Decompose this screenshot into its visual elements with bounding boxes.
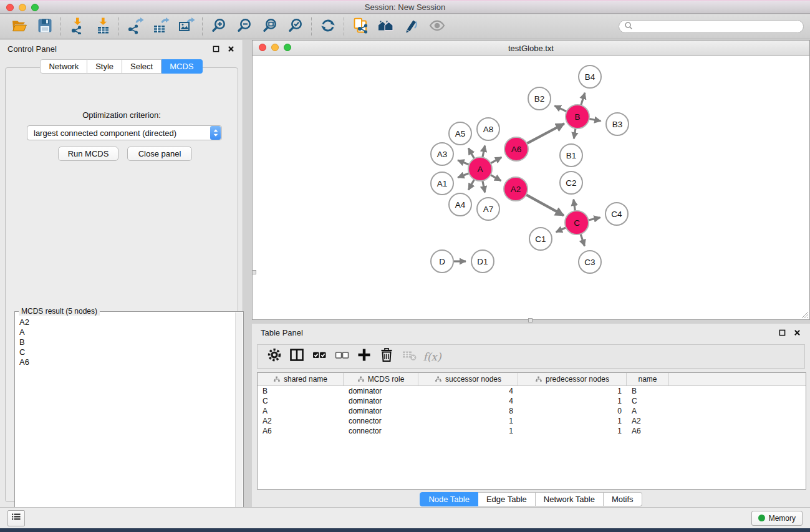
export-network-button[interactable] — [122, 16, 148, 37]
result-scrollbar[interactable] — [235, 312, 243, 522]
graph-node-D1[interactable]: D1 — [471, 250, 494, 273]
cell-shared-name[interactable]: B — [258, 386, 344, 396]
settings-gear-button[interactable] — [264, 347, 286, 367]
cell-successor-nodes[interactable]: 1 — [418, 416, 518, 426]
cell-name[interactable]: B — [627, 386, 669, 396]
zoom-fit-button[interactable] — [257, 16, 282, 37]
splitter-handle[interactable] — [252, 270, 256, 274]
select-all-checks-button[interactable] — [309, 347, 331, 367]
network-minimize-button[interactable] — [271, 44, 279, 51]
table-row[interactable]: Cdominator41C — [258, 396, 806, 406]
import-network-button[interactable] — [64, 16, 90, 37]
cell-MCDS-role[interactable]: connector — [344, 416, 418, 426]
cell-predecessor-nodes[interactable]: 1 — [518, 396, 627, 406]
graph-node-A2[interactable]: A2 — [504, 177, 528, 201]
edge-C-C2[interactable] — [574, 200, 576, 211]
clone-network-button[interactable] — [347, 16, 373, 37]
column-header-MCDS-role[interactable]: MCDS role — [344, 373, 418, 385]
result-item[interactable]: A — [19, 327, 234, 337]
result-item[interactable]: A6 — [19, 357, 234, 367]
tab-network[interactable]: Network — [40, 59, 87, 74]
cell-MCDS-role[interactable]: connector — [344, 426, 418, 436]
graph-node-A[interactable]: A — [468, 157, 492, 181]
hide-annotations-button[interactable] — [398, 16, 424, 37]
search-box[interactable] — [619, 20, 804, 33]
edge-A6-B[interactable] — [527, 123, 564, 143]
resize-grip-icon[interactable] — [800, 310, 809, 319]
minimize-window-button[interactable] — [19, 4, 26, 11]
edge-B-B4[interactable] — [581, 93, 585, 105]
criterion-dropdown[interactable]: largest connected component (directed) — [27, 125, 222, 140]
graph-node-A6[interactable]: A6 — [504, 137, 528, 161]
task-history-button[interactable] — [7, 510, 25, 526]
graph-node-C3[interactable]: C3 — [579, 251, 601, 273]
result-item[interactable]: A2 — [19, 317, 234, 327]
graph-node-B4[interactable]: B4 — [579, 65, 601, 88]
tab-network-table[interactable]: Network Table — [536, 492, 604, 506]
graph-node-B1[interactable]: B1 — [560, 144, 582, 167]
edge-A-A6[interactable] — [491, 157, 502, 163]
graph-node-C[interactable]: C — [565, 211, 589, 235]
run-mcds-button[interactable]: Run MCDS — [58, 147, 118, 161]
graph-node-B2[interactable]: B2 — [528, 87, 551, 110]
save-session-button[interactable] — [32, 16, 57, 37]
graph-node-A1[interactable]: A1 — [431, 172, 453, 195]
edge-A-A1[interactable] — [458, 173, 469, 178]
refresh-button[interactable] — [315, 16, 340, 37]
graph-node-B3[interactable]: B3 — [606, 113, 629, 135]
cell-name[interactable]: C — [627, 396, 669, 406]
edge-A-A2[interactable] — [491, 175, 501, 180]
table-row[interactable]: Adominator80A — [258, 406, 806, 416]
close-panel-icon[interactable] — [226, 44, 235, 53]
zoom-out-button[interactable] — [231, 16, 257, 37]
network-zoom-button[interactable] — [284, 44, 291, 51]
graph-node-C1[interactable]: C1 — [529, 228, 552, 250]
zoom-in-button[interactable] — [206, 16, 231, 37]
edge-A-A4[interactable] — [468, 180, 474, 190]
cell-successor-nodes[interactable]: 1 — [418, 426, 518, 436]
float-panel-icon[interactable] — [211, 44, 220, 53]
export-image-button[interactable] — [173, 16, 199, 37]
close-panel-button[interactable]: Close panel — [127, 147, 192, 161]
tab-node-table[interactable]: Node Table — [420, 492, 478, 506]
cell-MCDS-role[interactable]: dominator — [344, 396, 418, 406]
cell-predecessor-nodes[interactable]: 1 — [518, 386, 627, 396]
graph-node-A7[interactable]: A7 — [477, 198, 499, 220]
graph-node-A5[interactable]: A5 — [449, 122, 471, 145]
close-panel-icon[interactable] — [793, 328, 801, 337]
export-table-button[interactable] — [148, 16, 173, 37]
cell-predecessor-nodes[interactable]: 1 — [518, 426, 627, 436]
edge-A-A5[interactable] — [468, 148, 474, 159]
tab-edge-table[interactable]: Edge Table — [478, 492, 536, 506]
cell-predecessor-nodes[interactable]: 1 — [518, 416, 627, 426]
splitter-handle[interactable] — [528, 318, 533, 322]
edge-A-A8[interactable] — [483, 145, 485, 157]
delete-column-button[interactable] — [376, 347, 398, 367]
column-header-name[interactable]: name — [627, 373, 669, 385]
column-header-successor-nodes[interactable]: successor nodes — [418, 373, 518, 385]
cell-shared-name[interactable]: A2 — [258, 416, 344, 426]
graph-node-A4[interactable]: A4 — [449, 193, 471, 216]
edge-C-C1[interactable] — [556, 228, 566, 232]
table-row[interactable]: A6connector11A6 — [258, 426, 806, 436]
cell-name[interactable]: A6 — [627, 426, 669, 436]
table-row[interactable]: Bdominator41B — [258, 386, 806, 396]
network-close-button[interactable] — [259, 44, 266, 51]
cell-predecessor-nodes[interactable]: 0 — [518, 406, 627, 416]
add-column-button[interactable] — [354, 347, 376, 367]
cell-name[interactable]: A — [627, 406, 669, 416]
tab-select[interactable]: Select — [122, 59, 162, 74]
edge-C-C3[interactable] — [581, 234, 584, 246]
edge-C-C4[interactable] — [589, 218, 600, 220]
import-table-button[interactable] — [90, 16, 115, 37]
graph-node-C4[interactable]: C4 — [605, 203, 628, 225]
network-canvas[interactable]: B4B2BB3A5A8A6A3B1AA1C2A2A4A7C4CC1C3DD1 — [253, 56, 809, 319]
cell-MCDS-role[interactable]: dominator — [344, 406, 418, 416]
table-row[interactable]: A2connector11A2 — [258, 416, 806, 426]
show-graphics-details-button[interactable] — [424, 16, 450, 37]
tab-motifs[interactable]: Motifs — [604, 492, 642, 506]
edge-B-B1[interactable] — [574, 128, 576, 139]
graph-node-A3[interactable]: A3 — [431, 143, 453, 165]
cell-name[interactable]: A2 — [627, 416, 669, 426]
close-window-button[interactable] — [6, 4, 14, 11]
